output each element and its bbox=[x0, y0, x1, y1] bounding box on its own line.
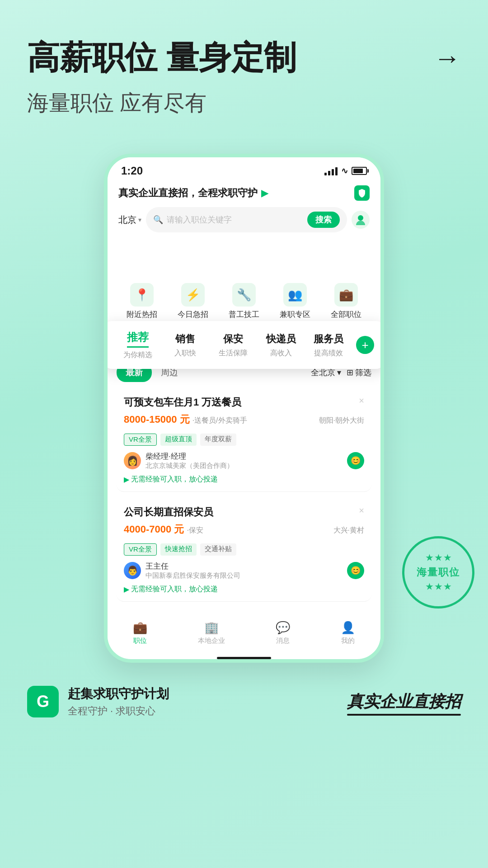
category-sub: 入职快 bbox=[174, 349, 196, 358]
slogan-text: 真实企业直接招 bbox=[347, 692, 461, 711]
play-arrow-icon-1: ▶ bbox=[124, 475, 129, 484]
quicknav-nearby[interactable]: 📍 附近热招 bbox=[127, 283, 157, 320]
nav-messages[interactable]: 💬 消息 bbox=[276, 621, 290, 645]
hero-arrow[interactable]: → bbox=[434, 42, 461, 74]
quicknav-urgent[interactable]: ⚡ 今日急招 bbox=[178, 283, 208, 320]
category-label: 快递员 bbox=[266, 332, 296, 346]
recruiter-row-2: 👨 王主任 中国新泰启胜保安服务有限公司 😊 bbox=[124, 561, 364, 580]
nav-companies-icon: 🏢 bbox=[204, 621, 219, 635]
tag-bonus-1: 年度双薪 bbox=[200, 434, 236, 446]
chat-button-2[interactable]: 😊 bbox=[347, 562, 364, 579]
search-icon: 🔍 bbox=[153, 215, 163, 225]
tagline-text: 真实企业直接招，全程求职守护 bbox=[118, 186, 258, 200]
nav-jobs[interactable]: 💼 职位 bbox=[133, 621, 147, 645]
chat-icon-2: 😊 bbox=[351, 566, 361, 576]
category-label: 服务员 bbox=[314, 332, 343, 346]
bottom-nav: 💼 职位 🏢 本地企业 💬 消息 👤 我的 bbox=[108, 615, 380, 652]
city-select[interactable]: 北京 ▾ bbox=[118, 214, 141, 226]
job-salary-2: 4000-7000 元 ·保安 bbox=[124, 523, 203, 536]
shield-badge[interactable] bbox=[354, 185, 370, 201]
category-item-security[interactable]: 保安 生活保障 bbox=[209, 332, 257, 358]
quicknav-parttime[interactable]: 👥 兼职专区 bbox=[280, 283, 310, 320]
phone-mockup: 1:20 ∿ 真实企业直接招，全程求职守护 ▶ bbox=[104, 154, 384, 663]
nav-companies-label: 本地企业 bbox=[198, 637, 225, 645]
search-button[interactable]: 搜索 bbox=[307, 212, 340, 228]
urgent-label: 今日急招 bbox=[178, 309, 208, 320]
category-popup: 推荐 为你精选 销售 入职快 保安 生活保障 快递员 高收入 服务员 提高绩 bbox=[104, 321, 384, 369]
nav-jobs-label: 职位 bbox=[133, 637, 147, 645]
tag-top-1: 超级直顶 bbox=[160, 434, 197, 446]
parttime-label: 兼职专区 bbox=[280, 309, 310, 320]
quicknav-worker[interactable]: 🔧 普工技工 bbox=[229, 283, 259, 320]
parttime-icon: 👥 bbox=[283, 283, 307, 307]
stamp-container: ★ ★ ★ 海量职位 ★ ★ ★ bbox=[402, 536, 474, 609]
all-label: 全部职位 bbox=[331, 309, 361, 320]
hero-subtitle: 海量职位 应有尽有 bbox=[27, 89, 461, 118]
status-time: 1:20 bbox=[121, 165, 143, 177]
recruiter-company-2: 中国新泰启胜保安服务有限公司 bbox=[145, 571, 343, 580]
category-item-service[interactable]: 服务员 提高绩效 bbox=[305, 332, 352, 358]
job-card-2[interactable]: 公司长期直招保安员 × 4000-7000 元 ·保安 大兴·黄村 VR全景 快… bbox=[117, 498, 371, 602]
category-add-button[interactable]: + bbox=[356, 336, 374, 354]
star-icon-1: ★ bbox=[426, 553, 433, 563]
urgent-icon: ⚡ bbox=[181, 283, 205, 307]
user-avatar[interactable] bbox=[352, 211, 370, 229]
chat-button-1[interactable]: 😊 bbox=[347, 452, 364, 469]
status-icons: ∿ bbox=[324, 166, 367, 176]
job-tags-1: VR全景 超级直顶 年度双薪 bbox=[124, 434, 364, 446]
close-icon-1[interactable]: × bbox=[359, 396, 364, 406]
nav-companies[interactable]: 🏢 本地企业 bbox=[198, 621, 225, 645]
search-box[interactable]: 🔍 请输入职位关键字 搜索 bbox=[146, 207, 347, 232]
job-location-1: 朝阳·朝外大街 bbox=[319, 416, 364, 425]
brand-desc: 全程守护 · 求职安心 bbox=[68, 704, 169, 718]
worker-label: 普工技工 bbox=[229, 309, 259, 320]
tag-transport-2: 交通补贴 bbox=[200, 543, 236, 556]
nav-profile-icon: 👤 bbox=[341, 621, 355, 635]
all-icon: 💼 bbox=[334, 283, 358, 307]
job-title-1: 可预支包车住月1 万送餐员 bbox=[124, 396, 241, 409]
wifi-icon: ∿ bbox=[341, 166, 348, 176]
category-label: 保安 bbox=[223, 332, 243, 346]
search-placeholder: 请输入职位关键字 bbox=[167, 214, 304, 225]
job-card-1[interactable]: 可预支包车住月1 万送餐员 × 8000-15000 元 ·送餐员/外卖骑手 朝… bbox=[117, 388, 371, 492]
category-item-delivery[interactable]: 快递员 高收入 bbox=[257, 332, 305, 358]
play-icon: ▶ bbox=[261, 188, 268, 198]
no-exp-label-2: ▶ 无需经验可入职，放心投递 bbox=[124, 585, 364, 594]
status-bar: 1:20 ∿ bbox=[108, 157, 380, 181]
nearby-icon: 📍 bbox=[130, 283, 154, 307]
brand-logo: G bbox=[27, 686, 59, 717]
worker-icon: 🔧 bbox=[232, 283, 256, 307]
star-icon-5: ★ bbox=[435, 582, 442, 592]
stamp-stars-bottom: ★ ★ ★ bbox=[426, 582, 451, 592]
recruiter-avatar-1: 👩 bbox=[124, 452, 141, 469]
home-indicator bbox=[217, 657, 271, 659]
category-sub: 生活保障 bbox=[219, 349, 248, 358]
close-icon-2[interactable]: × bbox=[359, 505, 364, 516]
category-item-recommended[interactable]: 推荐 为你精选 bbox=[114, 330, 162, 360]
star-icon-2: ★ bbox=[435, 553, 442, 563]
hero-section: 高薪职位 量身定制 → 海量职位 应有尽有 bbox=[0, 0, 488, 154]
battery-icon bbox=[352, 167, 367, 175]
svg-point-0 bbox=[358, 215, 363, 221]
stamp-stars-top: ★ ★ ★ bbox=[426, 553, 451, 563]
quick-nav: 📍 附近热招 ⚡ 今日急招 🔧 普工技工 👥 兼职专区 💼 全部职位 bbox=[108, 276, 380, 327]
recruiter-avatar-2: 👨 bbox=[124, 562, 141, 579]
category-item-sales[interactable]: 销售 入职快 bbox=[162, 332, 210, 358]
brand-info: G 赶集求职守护计划 全程守护 · 求职安心 bbox=[27, 685, 169, 718]
category-sub: 高收入 bbox=[270, 349, 292, 358]
brand-slogan: 真实企业直接招 bbox=[347, 691, 461, 713]
search-row: 北京 ▾ 🔍 请输入职位关键字 搜索 bbox=[118, 207, 370, 232]
category-sub: 提高绩效 bbox=[314, 349, 343, 358]
job-location-2: 大兴·黄村 bbox=[333, 526, 364, 535]
nav-messages-label: 消息 bbox=[276, 637, 290, 645]
recruiter-name-2: 王主任 bbox=[145, 561, 343, 571]
city-caret-icon: ▾ bbox=[138, 216, 141, 223]
nav-profile[interactable]: 👤 我的 bbox=[341, 621, 355, 645]
phone-container: 1:20 ∿ 真实企业直接招，全程求职守护 ▶ bbox=[0, 154, 488, 663]
quicknav-all[interactable]: 💼 全部职位 bbox=[331, 283, 361, 320]
nav-jobs-icon: 💼 bbox=[133, 621, 147, 635]
recruiter-info-2: 王主任 中国新泰启胜保安服务有限公司 bbox=[145, 561, 343, 580]
tag-vr-1: VR全景 bbox=[124, 434, 157, 446]
nav-profile-label: 我的 bbox=[341, 637, 355, 645]
star-icon-3: ★ bbox=[444, 553, 451, 563]
